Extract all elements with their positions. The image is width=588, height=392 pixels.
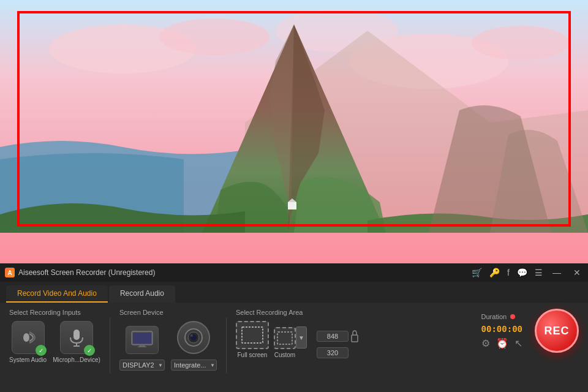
controls-area: Select Recording Inputs ✓ System Audio	[0, 303, 588, 388]
fullscreen-label: Full screen	[238, 352, 268, 358]
size-inputs	[317, 326, 360, 358]
monitor-dropdown-row: DISPLAY2	[119, 359, 165, 371]
duration-label: Duration	[481, 313, 507, 320]
recording-inputs-label: Select Recording Inputs	[9, 309, 81, 316]
screen-device-label: Screen Device	[119, 309, 164, 316]
app-icon-letter: A	[7, 270, 12, 276]
microphone-check: ✓	[84, 345, 95, 356]
rec-button[interactable]: REC	[535, 309, 579, 353]
system-audio-icon-wrap: ✓	[12, 321, 45, 354]
svg-rect-20	[352, 335, 358, 342]
svg-point-2	[159, 18, 270, 55]
monitor-select-wrap: DISPLAY2	[119, 359, 165, 371]
duration-rec-block: Duration 00:00:00 ⚙ ⏰ ↖	[481, 313, 522, 349]
timer-icon[interactable]: ⏰	[496, 337, 508, 349]
lock-svg	[351, 330, 358, 342]
settings-icon[interactable]: ⚙	[481, 337, 490, 349]
system-audio-device[interactable]: ✓ System Audio	[9, 321, 47, 363]
monitor-svg	[130, 330, 154, 350]
rec-label: REC	[544, 325, 569, 337]
key-icon[interactable]: 🔑	[489, 268, 500, 277]
speaker-icon	[18, 328, 38, 347]
svg-rect-13	[133, 333, 151, 344]
recording-area-section: Select Recording Area Full screen	[236, 309, 481, 358]
camera-icon	[183, 327, 204, 348]
right-controls: Duration 00:00:00 ⚙ ⏰ ↖ REC	[481, 309, 579, 353]
svg-rect-18	[242, 327, 263, 343]
system-audio-check: ✓	[36, 345, 47, 356]
app-icon: A	[5, 268, 15, 277]
minimize-button[interactable]: —	[550, 266, 564, 279]
height-input[interactable]	[317, 347, 349, 358]
title-bar-left: A Aiseesoft Screen Recorder (Unregistere…	[5, 268, 155, 277]
custom-group: Custom ▼	[274, 326, 307, 358]
duration-dot	[510, 314, 515, 319]
app-title: Aiseesoft Screen Recorder (Unregistered)	[18, 268, 155, 277]
tab-video-audio[interactable]: Record Video And Audio	[6, 285, 108, 303]
facebook-icon[interactable]: f	[507, 268, 510, 277]
svg-rect-6	[288, 202, 296, 209]
custom-button[interactable]: Custom	[274, 327, 296, 358]
recording-area-label: Select Recording Area	[236, 309, 303, 316]
duration-time: 00:00:00	[481, 324, 522, 334]
support-icon[interactable]: 💬	[517, 268, 527, 277]
custom-dropdown-button[interactable]: ▼	[296, 326, 307, 349]
camera-dropdown[interactable]: Integrate...	[171, 360, 217, 371]
fullscreen-icon	[236, 321, 269, 349]
custom-icon	[274, 327, 296, 349]
bottom-icons: ⚙ ⏰ ↖	[481, 337, 522, 349]
custom-label: Custom	[274, 352, 295, 358]
title-bar-right: 🛒 🔑 f 💬 ☰ — ✕	[472, 266, 583, 279]
height-row	[317, 347, 360, 358]
title-bar: A Aiseesoft Screen Recorder (Unregistere…	[0, 263, 588, 282]
monitor-dropdown[interactable]: DISPLAY2	[119, 360, 165, 371]
microphone-icon-wrap: ✓	[60, 321, 93, 354]
svg-rect-19	[277, 332, 292, 344]
screen-device-section: Screen Device DISPLAY2	[119, 309, 217, 371]
microphone-label: Microph...Device)	[53, 356, 100, 363]
svg-point-4	[472, 26, 570, 60]
app-window: A Aiseesoft Screen Recorder (Unregistere…	[0, 263, 588, 392]
menu-icon[interactable]: ☰	[535, 268, 543, 277]
width-row	[317, 326, 360, 346]
camera-dropdown-row: Integrate...	[171, 359, 217, 371]
duration-row: Duration	[481, 313, 516, 320]
cart-icon[interactable]: 🛒	[472, 268, 482, 277]
divider-2	[226, 318, 227, 373]
tabs-bar: Record Video And Audio Record Audio	[0, 282, 588, 303]
svg-rect-9	[74, 330, 80, 340]
cursor-icon[interactable]: ↖	[514, 337, 522, 349]
microphone-icon	[67, 328, 86, 347]
svg-point-17	[190, 334, 193, 337]
tab-audio[interactable]: Record Audio	[109, 285, 175, 303]
screen-device-row: DISPLAY2	[119, 321, 217, 371]
system-audio-label: System Audio	[9, 356, 47, 363]
svg-point-8	[23, 333, 29, 342]
camera-select-wrap: Integrate...	[171, 359, 217, 371]
camera-icon-wrap	[177, 321, 210, 354]
divider-1	[110, 318, 110, 373]
fullscreen-button[interactable]: Full screen	[236, 321, 269, 358]
size-lock-icon	[350, 326, 360, 346]
area-buttons-row: Full screen Custom ▼	[236, 321, 360, 358]
monitor-device[interactable]: DISPLAY2	[119, 326, 165, 371]
monitor-icon	[126, 326, 159, 354]
recording-inputs-section: Select Recording Inputs ✓ System Audio	[9, 309, 100, 363]
fullscreen-svg	[241, 326, 263, 344]
custom-svg	[277, 331, 293, 345]
width-input[interactable]	[317, 331, 349, 342]
recording-inputs-row: ✓ System Audio ✓ Micro	[9, 321, 100, 363]
microphone-device[interactable]: ✓ Microph...Device)	[53, 321, 100, 363]
camera-device[interactable]: Integrate...	[171, 321, 217, 371]
close-button[interactable]: ✕	[571, 266, 583, 279]
